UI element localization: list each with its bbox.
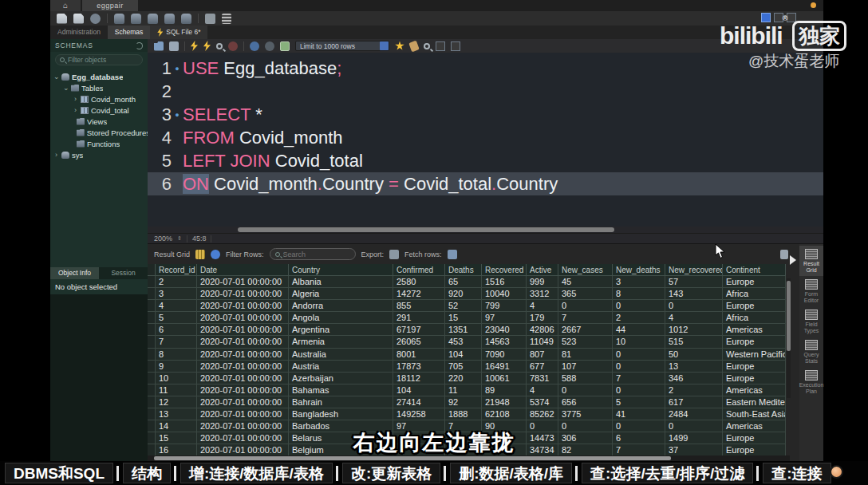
cell-country[interactable]: Bahrain [289,396,393,408]
cell-date[interactable]: 2020-07-01 00:00:00 [197,349,289,361]
workspace-tab[interactable]: SQL File 6* [150,26,207,39]
save-script-icon[interactable] [169,41,179,51]
column-header[interactable]: New_recovered [665,264,723,276]
info-tab[interactable]: Object Info [50,267,99,279]
grid-search-box[interactable] [270,248,356,260]
table-row[interactable]: 11 2020-07-01 00:00:00 Bahamas 104 11 89… [148,384,786,396]
cell-record-id[interactable]: 12 [156,396,197,408]
cell-new-deaths[interactable]: 5 [613,396,665,408]
cell-confirmed[interactable]: 14272 [393,288,445,300]
table-row[interactable]: 4 2020-07-01 00:00:00 Andorra 855 52 799… [148,300,786,312]
side-panel-item[interactable]: Result Grid [799,246,823,276]
cell-country[interactable]: Angola [289,312,393,324]
row-selector[interactable] [148,288,156,300]
row-selector[interactable] [148,336,156,348]
cell-country[interactable]: Bahamas [289,384,393,396]
cell-new-cases[interactable]: 656 [558,396,613,408]
cell-record-id[interactable]: 10 [156,373,197,384]
cell-recovered[interactable]: 10061 [482,373,527,384]
settings-icon[interactable] [90,14,101,24]
cell-record-id[interactable]: 8 [156,349,197,361]
cell-confirmed[interactable]: 27414 [393,396,445,408]
cell-recovered[interactable]: 62108 [482,408,527,420]
cell-country[interactable]: Austria [289,361,393,373]
cell-new-recovered[interactable]: 57 [665,276,723,288]
cell-new-recovered[interactable]: 2 [665,384,723,396]
toggle-wrap-icon[interactable] [436,41,445,51]
cell-new-deaths[interactable]: 3 [613,276,665,288]
info-tab[interactable]: Session [99,267,148,279]
cell-confirmed[interactable]: 8001 [393,349,445,361]
cell-deaths[interactable]: 15 [445,312,482,324]
cell-new-cases[interactable]: 2667 [558,324,613,336]
side-panel-item[interactable]: Form Editor [799,276,823,306]
find-icon[interactable] [424,43,430,49]
schema-tree-item[interactable]: › sys [50,149,148,160]
column-header[interactable]: New_deaths [613,264,665,276]
schema-tree-item[interactable]: Functions [50,138,148,149]
cell-new-recovered[interactable]: 143 [665,288,723,300]
chevron-icon[interactable]: › [53,151,59,159]
row-selector[interactable] [148,373,156,384]
cell-new-recovered[interactable]: 4 [665,312,723,324]
cell-active[interactable]: 3312 [527,288,558,300]
create-view-icon[interactable] [148,14,158,24]
new-query-icon[interactable] [57,14,67,24]
table-row[interactable]: 8 2020-07-01 00:00:00 Australia 8001 104… [148,349,786,361]
schema-tree-item[interactable]: Stored Procedures [50,127,148,138]
open-file-icon[interactable] [73,14,84,24]
cell-date[interactable]: 2020-07-01 00:00:00 [197,373,289,384]
column-header[interactable]: Active [527,264,558,276]
cell-new-recovered[interactable]: 346 [665,373,723,384]
cell-recovered[interactable]: 16491 [482,361,527,373]
explain-icon[interactable] [216,43,223,49]
cell-confirmed[interactable]: 149258 [393,408,445,420]
cell-confirmed[interactable]: 2580 [393,276,445,288]
cell-active[interactable]: 807 [527,349,558,361]
cell-active[interactable]: 11049 [527,336,558,348]
cell-continent[interactable]: Eastern Mediterranean [723,396,786,408]
schema-tree-item[interactable]: › Covid_total [50,104,148,116]
home-tab[interactable]: ⌂ [50,0,81,11]
cell-active[interactable]: 999 [527,276,558,288]
cell-new-cases[interactable]: 0 [558,384,613,396]
row-selector[interactable] [148,396,156,408]
cell-continent[interactable]: Western Pacific [723,349,786,361]
cell-record-id[interactable]: 6 [156,324,197,336]
column-header[interactable]: New_cases [558,264,613,276]
schema-filter-input[interactable] [68,56,136,64]
cell-new-cases[interactable]: 365 [558,288,613,300]
row-selector[interactable] [148,384,156,396]
side-panel-item[interactable]: Field Types [799,306,823,337]
cell-country[interactable]: Algeria [289,288,393,300]
code-area[interactable]: 1 ● USE Egg_database; 2 3 ● SELECT * 4 F… [148,53,823,227]
cell-confirmed[interactable]: 17873 [393,361,445,373]
cell-country[interactable]: Bangladesh [289,408,393,420]
cell-record-id[interactable]: 2 [156,276,197,288]
table-row[interactable]: 10 2020-07-01 00:00:00 Azerbaijan 18112 … [148,373,786,384]
cell-new-deaths[interactable]: 0 [613,361,665,373]
cell-deaths[interactable]: 52 [445,300,482,312]
cell-record-id[interactable]: 5 [156,312,197,324]
cell-date[interactable]: 2020-07-01 00:00:00 [197,288,289,300]
cell-confirmed[interactable]: 855 [393,300,445,312]
side-panel-item[interactable]: Execution Plan [799,367,823,397]
cell-continent[interactable]: Europe [723,276,786,288]
schema-tree-item[interactable]: Views [50,116,148,127]
grid-vscroll-thumb[interactable] [787,281,791,351]
column-header[interactable]: Confirmed [393,264,445,276]
create-table-icon[interactable] [131,14,141,24]
cell-active[interactable]: 4 [527,384,558,396]
limit-rows-dropdown[interactable]: Limit to 1000 rows [295,41,389,51]
cell-new-cases[interactable]: 588 [558,373,613,384]
cell-new-recovered[interactable]: 13 [665,361,723,373]
column-header[interactable]: Date [197,264,289,276]
search-data-icon[interactable] [205,14,215,24]
schema-tree-item[interactable]: ⌄ Tables [50,82,148,93]
workspace-tab[interactable]: Administration [50,26,108,39]
cell-deaths[interactable]: 1351 [445,324,482,336]
cell-record-id[interactable]: 11 [156,384,197,396]
table-row[interactable]: 2 2020-07-01 00:00:00 Albania 2580 65 15… [148,276,786,288]
cell-active[interactable]: 4 [527,300,558,312]
add-snippet-icon[interactable] [395,41,404,51]
